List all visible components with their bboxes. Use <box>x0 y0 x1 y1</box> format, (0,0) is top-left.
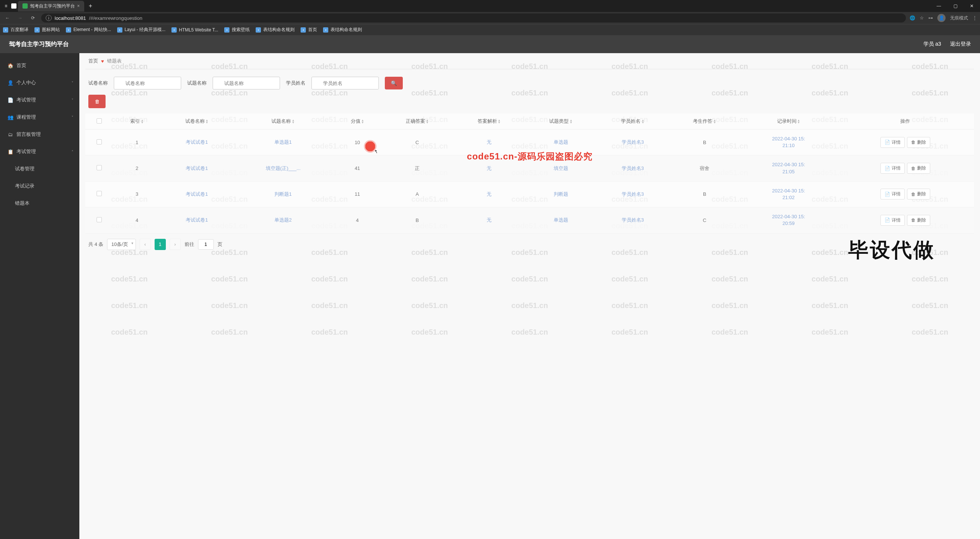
filter-question-label: 试题名称 <box>187 80 207 86</box>
delete-button[interactable]: 🗑删除 <box>907 215 930 226</box>
sort-icon[interactable]: ▲▼ <box>713 119 716 124</box>
filter-student-input[interactable] <box>312 77 379 89</box>
sidebar-item[interactable]: 📋考试管理˄ <box>0 143 80 160</box>
pager-next-icon[interactable]: › <box>170 239 181 250</box>
sort-icon[interactable]: ▲▼ <box>797 119 800 124</box>
browser-menu-icon[interactable]: ⋮ <box>972 15 977 21</box>
pager-prev-icon[interactable]: ‹ <box>140 239 151 250</box>
table-header[interactable]: 考生作答▲▼ <box>668 113 740 129</box>
bookmark-item[interactable]: ▪表结构命名规则 <box>256 27 294 33</box>
pager-page-1[interactable]: 1 <box>154 239 166 250</box>
sidebar-item[interactable]: 👤个人中心˅ <box>0 74 80 91</box>
new-tab-button[interactable]: + <box>86 2 95 10</box>
cell-actions: 📄详情🗑删除 <box>837 207 974 233</box>
browser-tab-active[interactable]: 驾考自主学习预约平台 × <box>18 1 84 12</box>
sidebar-item[interactable]: 🏠首页 <box>0 57 80 74</box>
bookmark-item[interactable]: ▪搜索壁纸 <box>224 27 250 33</box>
delete-button[interactable]: 🗑删除 <box>907 163 930 174</box>
sidebar-icon: 🗂 <box>8 132 13 137</box>
table-header[interactable]: 试题类型▲▼ <box>525 113 597 129</box>
filter-paper-input[interactable] <box>114 77 181 89</box>
nav-forward-icon[interactable]: → <box>16 13 25 22</box>
page-size-select[interactable]: 10条/页 <box>107 239 135 250</box>
table-header[interactable]: 记录时间▲▼ <box>740 113 837 129</box>
bookmark-item[interactable]: ▪表结构命名规则 <box>323 27 362 33</box>
table-header[interactable]: 学员姓名▲▼ <box>597 113 668 129</box>
cell-time: 2022-04-30 15:21:05 <box>740 155 837 181</box>
detail-button[interactable]: 📄详情 <box>880 137 905 148</box>
nav-reload-icon[interactable]: ⟳ <box>29 13 37 22</box>
sidebar-item[interactable]: 📄考试管理˅ <box>0 91 80 108</box>
bookmark-label: Element - 网站快... <box>73 27 111 33</box>
sort-icon[interactable]: ▲▼ <box>641 119 644 124</box>
bookmark-star-icon[interactable]: ☆ <box>920 15 924 21</box>
delete-button[interactable]: 🗑删除 <box>907 189 930 199</box>
key-icon[interactable]: ⊶ <box>928 15 933 21</box>
detail-button[interactable]: 📄详情 <box>880 163 905 174</box>
window-minimize-icon[interactable]: — <box>931 0 947 12</box>
app-menu-icon[interactable]: ≡ <box>2 3 10 9</box>
row-checkbox[interactable] <box>97 165 102 170</box>
table-row: 3考试试卷1判断题111A无判断题学员姓名3B2022-04-30 15:21:… <box>85 181 974 207</box>
row-checkbox[interactable] <box>97 217 102 223</box>
table-header[interactable]: 索引▲▼ <box>113 113 161 129</box>
sidebar-item[interactable]: 🗂留言板管理 <box>0 126 80 143</box>
filter-student-label: 学员姓名 <box>286 80 305 86</box>
sort-icon[interactable]: ▲▼ <box>361 119 364 124</box>
sidebar-subitem[interactable]: 错题本 <box>0 195 80 212</box>
url-host: localhost:8081 <box>55 15 86 21</box>
sort-icon[interactable]: ▲▼ <box>205 119 208 124</box>
search-button[interactable]: 🔍 <box>385 77 403 89</box>
cell-paper: 考试试卷1 <box>161 129 233 155</box>
delete-button[interactable]: 🗑删除 <box>907 137 930 148</box>
sidebar-subitem[interactable]: 试卷管理 <box>0 160 80 177</box>
detail-button[interactable]: 📄详情 <box>880 189 905 199</box>
sidebar-label: 首页 <box>16 62 26 69</box>
site-info-icon[interactable]: i <box>46 15 52 21</box>
bookmark-item[interactable]: ▪Layui - 经典开源模... <box>117 27 165 33</box>
address-bar[interactable]: i localhost:8081/#/examrewrongquestion <box>41 13 906 22</box>
main-content: code51.cncode51.cncode51.cncode51.cncode… <box>80 53 980 539</box>
table-header[interactable]: 操作 <box>837 113 974 129</box>
table-header[interactable]: 答案解析▲▼ <box>453 113 525 129</box>
sidebar-item[interactable]: 👥课程管理˅ <box>0 108 80 126</box>
chevron-down-icon: ˅ <box>72 98 73 102</box>
window-maximize-icon[interactable]: ▢ <box>947 0 964 12</box>
sort-icon[interactable]: ▲▼ <box>292 119 294 124</box>
pager-goto-suffix: 页 <box>218 241 222 248</box>
bookmark-item[interactable]: ▪百度翻译 <box>3 27 29 33</box>
select-all-checkbox[interactable] <box>97 118 102 124</box>
profile-avatar-icon[interactable]: 👤 <box>937 14 945 22</box>
bookmark-item[interactable]: ▪图标网站 <box>35 27 60 33</box>
bookmark-item[interactable]: ▪Element - 网站快... <box>66 27 111 33</box>
pager-goto-input[interactable] <box>198 239 214 250</box>
bookmark-item[interactable]: ▪首页 <box>301 27 317 33</box>
pager-total: 共 4 条 <box>88 241 103 248</box>
sort-icon[interactable]: ▲▼ <box>570 119 572 124</box>
table-header[interactable]: 分值▲▼ <box>334 113 382 129</box>
bookmark-label: 搜索壁纸 <box>232 27 250 33</box>
sort-icon[interactable]: ▲▼ <box>426 119 429 124</box>
table-header[interactable]: 正确答案▲▼ <box>382 113 453 129</box>
logout-link[interactable]: 退出登录 <box>950 41 971 48</box>
table-header[interactable]: 试卷名称▲▼ <box>161 113 233 129</box>
sort-icon[interactable]: ▲▼ <box>141 119 144 124</box>
user-label[interactable]: 学员 a3 <box>923 41 941 48</box>
filter-question-input[interactable] <box>213 77 280 89</box>
breadcrumb-home[interactable]: 首页 <box>88 58 98 64</box>
detail-button[interactable]: 📄详情 <box>880 215 905 226</box>
nav-back-icon[interactable]: ← <box>3 13 12 22</box>
bookmark-label: Layui - 经典开源模... <box>125 27 165 33</box>
table-header[interactable]: 试题名称▲▼ <box>233 113 334 129</box>
sidebar-subitem[interactable]: 考试记录 <box>0 177 80 195</box>
cell-score: 10 <box>334 129 382 155</box>
bulk-delete-button[interactable]: 🗑 <box>88 95 105 108</box>
tab-close-icon[interactable]: × <box>77 3 80 9</box>
sort-icon[interactable]: ▲▼ <box>498 119 501 124</box>
translate-icon[interactable]: 🌐 <box>910 15 915 21</box>
window-close-icon[interactable]: ✕ <box>964 0 980 12</box>
row-checkbox[interactable] <box>97 191 102 196</box>
sidebar-icon: 📄 <box>8 97 13 103</box>
bookmark-item[interactable]: ▪HTML5 Website T... <box>172 27 218 33</box>
row-checkbox[interactable] <box>97 139 102 145</box>
